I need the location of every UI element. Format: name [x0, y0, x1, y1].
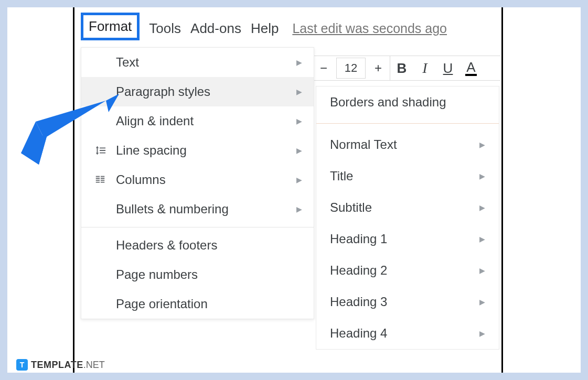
submenu-arrow-icon: ▶: [479, 203, 485, 212]
submenu-arrow-icon: ▶: [296, 146, 302, 155]
format-menu-bullets-numbering[interactable]: Bullets & numbering ▶: [81, 194, 314, 224]
submenu-heading-1[interactable]: Heading 1 ▶: [316, 223, 499, 255]
screenshot-border-left: [73, 7, 74, 373]
format-menu-page-orientation[interactable]: Page orientation: [81, 289, 314, 319]
submenu-arrow-icon: ▶: [296, 88, 302, 96]
format-menu-text[interactable]: Text ▶: [81, 48, 314, 77]
line-spacing-icon: [93, 145, 108, 156]
submenu-arrow-icon: ▶: [296, 117, 302, 125]
menu-format[interactable]: Format: [81, 13, 140, 40]
text-color-button[interactable]: A: [459, 56, 483, 80]
font-size-decrease-button[interactable]: −: [312, 56, 335, 80]
format-menu-line-spacing[interactable]: Line spacing ▶: [81, 136, 314, 165]
font-size-input[interactable]: 12: [336, 58, 366, 79]
last-edit-link[interactable]: Last edit was seconds ago: [292, 21, 447, 36]
bold-button[interactable]: B: [390, 56, 413, 80]
submenu-arrow-icon: ▶: [479, 329, 485, 338]
submenu-arrow-icon: ▶: [296, 58, 302, 67]
submenu-heading-3[interactable]: Heading 3 ▶: [316, 286, 499, 318]
submenu-arrow-icon: ▶: [479, 140, 485, 149]
format-menu-page-numbers[interactable]: Page numbers: [81, 260, 314, 289]
submenu-heading-2[interactable]: Heading 2 ▶: [316, 255, 499, 286]
logo-badge-icon: T: [16, 359, 28, 371]
submenu-borders-shading[interactable]: Borders and shading: [316, 86, 499, 118]
submenu-arrow-icon: ▶: [479, 235, 485, 243]
screenshot-border-right: [501, 7, 503, 373]
menu-addons[interactable]: Add-ons: [190, 20, 241, 37]
format-menu-align-indent[interactable]: Align & indent ▶: [81, 106, 314, 136]
format-menu-paragraph-styles[interactable]: Paragraph styles ▶: [81, 77, 314, 106]
columns-icon: [93, 174, 108, 186]
format-menu-columns[interactable]: Columns ▶: [81, 165, 314, 194]
submenu-heading-4[interactable]: Heading 4 ▶: [316, 318, 499, 349]
menubar: Format Tools Add-ons Help Last edit was …: [81, 17, 447, 40]
submenu-arrow-icon: ▶: [479, 172, 485, 180]
menu-help[interactable]: Help: [251, 20, 279, 37]
toolbar: − 12 + B I U A: [312, 56, 500, 81]
submenu-normal-text[interactable]: Normal Text ▶: [316, 129, 499, 160]
menu-tools[interactable]: Tools: [149, 20, 181, 37]
svg-marker-2: [21, 122, 48, 165]
submenu-divider: [316, 123, 499, 124]
format-menu-headers-footers[interactable]: Headers & footers: [81, 231, 314, 260]
svg-marker-1: [21, 131, 48, 165]
submenu-arrow-icon: ▶: [296, 205, 302, 213]
underline-button[interactable]: U: [436, 56, 459, 80]
watermark-logo: T TEMPLATE.NET: [16, 359, 105, 371]
format-dropdown: Text ▶ Paragraph styles ▶ Align & indent…: [81, 47, 314, 319]
italic-button[interactable]: I: [413, 56, 436, 80]
submenu-subtitle[interactable]: Subtitle ▶: [316, 192, 499, 223]
menu-divider: [81, 227, 314, 227]
paragraph-styles-submenu: Borders and shading Normal Text ▶ Title …: [316, 86, 499, 350]
submenu-title[interactable]: Title ▶: [316, 160, 499, 192]
font-size-increase-button[interactable]: +: [367, 56, 390, 80]
submenu-arrow-icon: ▶: [479, 266, 485, 275]
submenu-arrow-icon: ▶: [296, 176, 302, 184]
submenu-arrow-icon: ▶: [479, 298, 485, 306]
